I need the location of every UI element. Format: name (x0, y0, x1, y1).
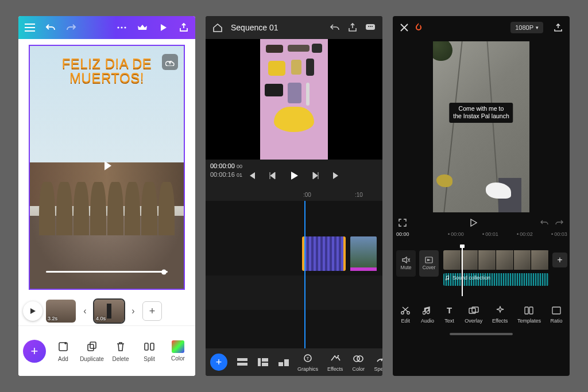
sparkle-icon (494, 305, 506, 316)
scissors-icon (400, 305, 411, 316)
svg-rect-26 (525, 307, 528, 314)
tool-speed[interactable]: Speed (374, 352, 382, 372)
svg-point-23 (407, 311, 409, 313)
comment-icon[interactable] (365, 24, 376, 32)
preview-play-icon[interactable] (98, 156, 116, 174)
share-icon[interactable] (348, 23, 357, 32)
app1-toolbar: + Add Duplicate Delete Split Color (18, 325, 195, 376)
skip-end-icon[interactable] (332, 172, 341, 180)
playhead[interactable] (304, 201, 305, 348)
clip-strip: 3.2s ‹ 4.0s › + (18, 297, 195, 325)
tool-color[interactable]: Color (352, 352, 365, 372)
tool-edit[interactable]: Edit (400, 305, 411, 324)
play-icon[interactable] (469, 219, 477, 227)
tool-graphics[interactable]: T Graphics (297, 352, 318, 372)
tool-effects[interactable]: Effects (492, 305, 508, 324)
tool-ratio[interactable]: Ratio (551, 305, 563, 324)
app1-preview: FELIZ DIA DE MUERTOS! (18, 39, 195, 297)
audio-track[interactable] (206, 275, 382, 310)
tool-label: Ratio (551, 318, 563, 324)
app2-timeline[interactable] (206, 201, 382, 348)
tool-effects[interactable]: Effects (327, 352, 343, 372)
tool-text[interactable]: T Text (444, 305, 455, 324)
audio-track[interactable]: Sound collection (443, 273, 549, 286)
resolution-button[interactable]: 1080P ▾ (510, 22, 543, 33)
svg-rect-10 (237, 363, 247, 366)
app3-preview[interactable]: Come with me to the Instax Pal launch (393, 39, 570, 215)
redo-icon[interactable] (555, 219, 564, 226)
playhead[interactable] (462, 247, 463, 296)
ruler-mark: 00:00 (448, 231, 464, 237)
timeline-ruler[interactable]: 00:00 00:00 00:01 00:02 00:03 (393, 231, 570, 240)
split-icon (142, 340, 156, 354)
caption-overlay[interactable]: Come with me to the Instax Pal launch (449, 103, 513, 122)
home-icon[interactable] (212, 23, 223, 32)
video-track[interactable] (206, 236, 382, 271)
cloud-save-icon[interactable] (162, 54, 178, 70)
more-icon[interactable] (116, 22, 127, 33)
flame-icon[interactable] (415, 23, 423, 32)
redo-icon[interactable] (65, 22, 77, 33)
tool-split[interactable]: Split (136, 340, 163, 362)
undo-icon[interactable] (45, 22, 56, 33)
layout-1-icon[interactable] (237, 358, 248, 367)
menu-icon[interactable] (24, 22, 36, 33)
frame-fwd-icon[interactable] (311, 172, 319, 180)
clip-prev-icon[interactable]: ‹ (79, 301, 91, 321)
mute-button[interactable]: Mute (396, 250, 416, 277)
clip-duration: 4.0s (96, 316, 106, 321)
tool-duplicate[interactable]: Duplicate (78, 340, 106, 362)
overlay-title[interactable]: FELIZ DIA DE MUERTOS! (30, 56, 184, 85)
app1-canvas[interactable]: FELIZ DIA DE MUERTOS! (29, 45, 185, 290)
sequence-title[interactable]: Sequence 01 (231, 23, 278, 32)
svg-rect-7 (150, 343, 154, 350)
clip-thumb[interactable]: 3.2s (46, 300, 76, 323)
svg-rect-6 (145, 343, 148, 350)
clip-striped[interactable] (302, 236, 346, 271)
fullscreen-icon[interactable] (399, 219, 407, 227)
add-fab-button[interactable]: + (23, 340, 46, 363)
app3-timeline[interactable]: Mute Cover + Sound collection (393, 240, 570, 300)
tool-overlay[interactable]: Overlay (465, 305, 482, 324)
add-clip-button[interactable]: + (142, 301, 162, 321)
clip-duration: 3.2s (48, 316, 57, 321)
tool-delete[interactable]: Delete (107, 340, 134, 362)
export-icon[interactable] (178, 22, 189, 33)
tool-audio[interactable]: Audio (421, 305, 434, 324)
skip-start-icon[interactable] (247, 172, 256, 180)
crown-icon[interactable] (137, 22, 148, 33)
layout-3-icon[interactable] (278, 358, 289, 367)
app2-rush: Sequence 01 00:00:00 00 00:00:16 01 (206, 16, 382, 376)
app2-preview[interactable] (206, 39, 382, 160)
add-clip-button[interactable]: + (552, 253, 567, 267)
ruler-mark: 00:03 (551, 231, 567, 237)
tool-add[interactable]: Add (49, 340, 77, 362)
play-icon[interactable] (289, 171, 299, 180)
clip-thumb[interactable] (350, 236, 377, 271)
clip-next-icon[interactable]: › (127, 301, 139, 321)
layout-2-icon[interactable] (257, 358, 269, 367)
video-track[interactable] (443, 250, 549, 270)
timeline-ruler[interactable]: :00 :10 (206, 192, 382, 201)
timeline-play-button[interactable] (23, 301, 42, 321)
speed-icon (375, 352, 382, 365)
svg-rect-14 (278, 362, 283, 366)
cover-button[interactable]: Cover (419, 250, 439, 277)
transport-controls: 00:00:00 00 00:00:16 01 (206, 160, 382, 192)
svg-rect-15 (284, 359, 289, 366)
tool-label: Edit (401, 318, 411, 324)
undo-icon[interactable] (330, 24, 340, 32)
tool-color[interactable]: Color (164, 340, 192, 362)
app3-topbar: 1080P ▾ (393, 16, 570, 39)
export-icon[interactable] (554, 23, 563, 32)
undo-icon[interactable] (540, 219, 549, 226)
preview-scrubber[interactable] (46, 271, 168, 273)
frame-back-icon[interactable] (269, 172, 277, 180)
close-icon[interactable] (400, 23, 409, 32)
play-icon[interactable] (157, 22, 169, 33)
add-fab-button[interactable]: + (210, 354, 227, 371)
svg-rect-13 (262, 363, 268, 366)
clip-thumb-selected[interactable]: 4.0s (94, 300, 124, 323)
tool-templates[interactable]: Templates (517, 305, 541, 324)
cover-label: Cover (423, 265, 436, 270)
